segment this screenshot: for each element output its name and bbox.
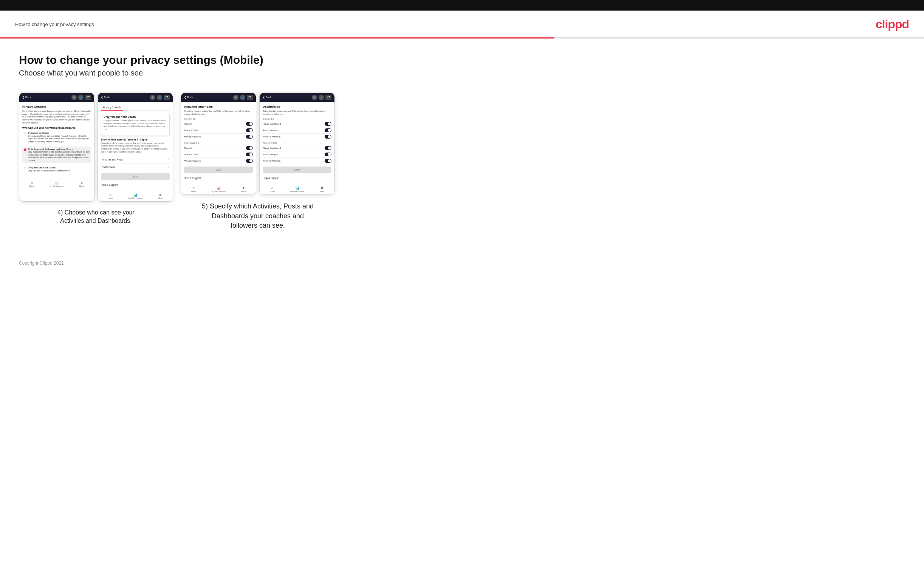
follower-dash-row3-label: What To Work On [263,160,280,162]
followers-label4: FOLLOWERS [263,142,331,144]
person-icon2[interactable]: 👤 [157,95,162,100]
coach-dash-toggle3[interactable] [325,135,331,139]
phone1-nav: ❮ Back 🔍 👤 ⊕▾ [19,93,94,102]
menu-label4: Menu [320,190,325,193]
coach-toggle2[interactable] [246,128,253,132]
coach-dash-row3-label: What To Work On [263,135,280,138]
coach-row1-label: Rounds [184,123,192,125]
bottom-performance[interactable]: 📊 My Performance [50,181,64,187]
phone2-bottom: ⌂ Home 📊 My Performance ≡ Menu [98,191,173,201]
coach-toggle3[interactable] [246,135,253,139]
follower-toggle3[interactable] [246,159,253,163]
follower-row1-label: Rounds [184,147,192,149]
follower-dash-row3: What To Work On [263,158,331,164]
phone3: ❮ Back 🔍 👤 ⊕▾ Activities and Posts Selec… [181,92,256,195]
option3-text: Only You and Your Coach Only you and the… [28,166,70,172]
phone4-save[interactable]: Save [263,166,331,173]
site-header: How to change your privacy settings clip… [0,11,924,37]
list-dashboards[interactable]: Dashboards › [101,163,170,171]
follower-toggle1[interactable] [246,146,253,150]
dropdown-icon2[interactable]: ⊕▾ [164,95,170,100]
search-icon[interactable]: 🔍 [71,95,77,100]
home-icon3: ⌂ [193,186,195,190]
menu-icon: ≡ [81,181,83,185]
step4-phones: ❮ Back 🔍 👤 ⊕▾ Privacy Controls Control h… [19,92,173,201]
top-bar [0,0,924,11]
phone4-icons: 🔍 👤 ⊕▾ [312,95,331,100]
bottom-home3[interactable]: ⌂ Home [191,186,196,193]
follower-dash-toggle3[interactable] [325,159,331,163]
phone4-back[interactable]: ❮ Back [263,96,272,99]
bottom-performance2[interactable]: 📊 My Performance [129,193,142,199]
phone3-title: Activities and Posts [184,105,253,108]
step5-phones: ❮ Back 🔍 👤 ⊕▾ Activities and Posts Selec… [181,92,335,195]
performance-icon: 📊 [55,181,59,185]
bottom-menu[interactable]: ≡ Menu [79,181,84,187]
bottom-menu3[interactable]: ≡ Menu [241,186,246,193]
bottom-home2[interactable]: ⌂ Home [108,193,113,199]
radio3[interactable] [24,167,26,169]
follower-dash-toggle2[interactable] [325,153,331,156]
bottom-performance3[interactable]: 📊 My Performance [212,186,226,193]
home-icon4: ⌂ [271,186,273,190]
phone4: ❮ Back 🔍 👤 ⊕▾ Dashboards Select the dash… [259,92,335,195]
phone4-nav: ❮ Back 🔍 👤 ⊕▾ [260,93,334,102]
performance-icon4: 📊 [295,186,299,190]
search-icon2[interactable]: 🔍 [150,95,155,100]
phone1-icons: 🔍 👤 ⊕▾ [71,95,91,100]
copyright: Copyright Clippd 2022 [19,261,64,266]
popup-desc: Only you and the coaches you connect wit… [103,119,167,131]
follower-dash-row1: Player Dashboard [263,145,331,152]
popup-box: Only You and Your Coach Only you and the… [101,113,170,136]
performance-icon2: 📊 [133,193,137,197]
home-label4: Home [270,190,275,193]
phone3-save[interactable]: Save [184,166,253,173]
home-icon: ⌂ [31,181,33,185]
search-icon4[interactable]: 🔍 [312,95,317,100]
caption4: 4) Choose who can see your Activities an… [51,208,141,226]
phone3-back[interactable]: ❮ Back [184,96,193,99]
phone1-subheading: Who Can See Your Activities and Dashboar… [22,126,91,129]
person-icon[interactable]: 👤 [78,95,84,100]
list-activities[interactable]: Activities and Posts › [101,156,170,163]
phone4-body: Dashboards Select the dashboards that yo… [260,102,334,184]
performance-label4: My Performance [290,190,304,193]
home-label3: Home [191,190,196,193]
coaches-label4: COACHES [263,118,331,120]
phone2-save[interactable]: Save [101,173,170,180]
main-content: How to change your privacy settings (Mob… [0,39,924,253]
menu-icon3: ≡ [242,186,244,190]
breadcrumb: How to change your privacy settings [15,21,94,27]
option1[interactable]: Everyone on Clippd Everyone on Clippd ca… [22,130,91,144]
person-icon4[interactable]: 👤 [318,95,324,100]
phone1-body: Privacy Controls Control how you and you… [19,102,94,179]
screenshots-row: ❮ Back 🔍 👤 ⊕▾ Privacy Controls Control h… [19,92,905,230]
search-icon3[interactable]: 🔍 [233,95,239,100]
phone1-back[interactable]: ❮ Back [22,96,31,99]
follower-toggle2[interactable] [246,153,253,156]
phone2-back[interactable]: ❮ Back [101,96,110,99]
person-icon3[interactable]: 👤 [240,95,245,100]
option2[interactable]: Only Approved Followers and Your Coach O… [22,147,91,163]
bottom-home4[interactable]: ⌂ Home [270,186,275,193]
tab-privacy[interactable]: Privacy Controls [101,105,123,111]
coach-dash-toggle1[interactable] [325,122,331,126]
bottom-home[interactable]: ⌂ Home [29,181,34,187]
dropdown-icon3[interactable]: ⊕▾ [247,95,253,100]
menu-label3: Menu [241,190,246,193]
bottom-menu2[interactable]: ≡ Menu [158,193,163,199]
dropdown-icon[interactable]: ⊕▾ [85,95,91,100]
dropdown-icon4[interactable]: ⊕▾ [325,95,331,100]
follower-dash-row1-label: Player Dashboard [263,147,281,149]
follower-row3: Manual Activities [184,158,253,164]
radio1[interactable] [24,132,26,135]
radio2[interactable] [24,148,26,151]
follower-dash-toggle1[interactable] [325,146,331,150]
coach-toggle1[interactable] [246,122,253,126]
step4-group: ❮ Back 🔍 👤 ⊕▾ Privacy Controls Control h… [19,92,173,225]
option3[interactable]: Only You and Your Coach Only you and the… [22,165,91,174]
coach-dash-row1-label: Player Dashboard [263,123,281,125]
coach-dash-toggle2[interactable] [325,128,331,132]
bottom-performance4[interactable]: 📊 My Performance [290,186,304,193]
bottom-menu4[interactable]: ≡ Menu [320,186,325,193]
